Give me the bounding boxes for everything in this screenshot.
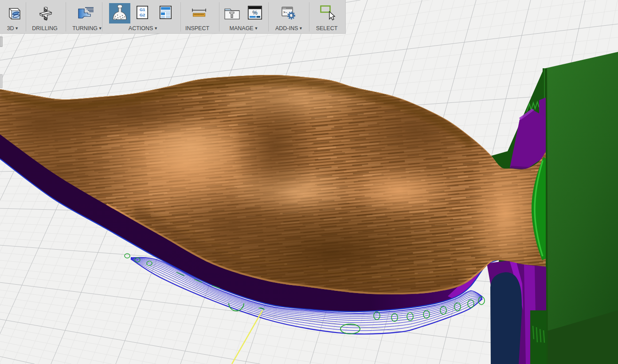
svg-text:G2: G2 — [140, 12, 145, 17]
svg-text:%: % — [252, 9, 258, 16]
svg-text:>-: >- — [283, 10, 288, 14]
svg-text:G1: G1 — [140, 7, 145, 12]
